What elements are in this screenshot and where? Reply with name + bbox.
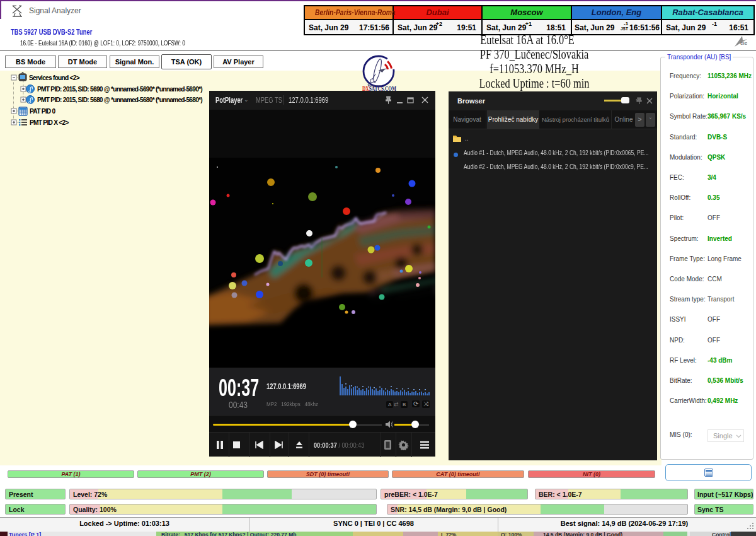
svg-text:Services found <2>: Services found <2> [29,74,80,81]
svg-text:PAT PID 0: PAT PID 0 [30,108,56,115]
svg-text:PMT PID: 2015, SID: 5690 @ *un: PMT PID: 2015, SID: 5690 @ *unnamed-5690… [37,86,202,93]
svg-text:PMT PID: 2015, SID: 5680 @ *un: PMT PID: 2015, SID: 5680 @ *unnamed-5680… [37,96,202,103]
svg-text:DXSATCS.COM: DXSATCS.COM [362,85,396,92]
svg-text:cic: cic [740,40,748,46]
svg-text:PMT PID X <2>: PMT PID X <2> [30,119,69,126]
